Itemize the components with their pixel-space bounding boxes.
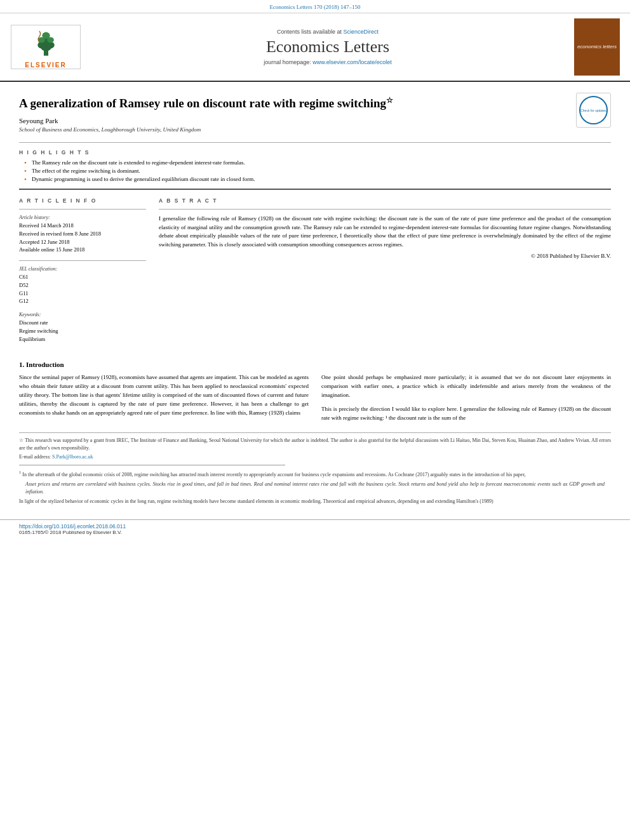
page-wrapper: Economics Letters 170 (2018) 147–150 (0, 0, 630, 840)
intro-col-1: Since the seminal paper of Ramsey (1928)… (19, 373, 309, 423)
cover-image-text: economics letters (577, 44, 617, 50)
abstract-label: A B S T R A C T (159, 197, 611, 204)
highlights-section: H I G H L I G H T S The Ramsey rule on t… (19, 149, 611, 182)
email-label: E-mail address: (19, 454, 51, 460)
svg-point-7 (42, 32, 50, 39)
article-title: A generalization of Ramsey rule on disco… (19, 96, 611, 112)
jel-divider (19, 260, 146, 261)
check-updates-badge: Check for updates (576, 93, 611, 128)
article-info-label: A R T I C L E I N F O (19, 197, 146, 204)
footnote-1-closing: In light of the stylized behavior of eco… (19, 498, 611, 505)
contents-available-text: Contents lists available at ScienceDirec… (277, 29, 379, 35)
check-updates-inner: Check for updates (579, 96, 608, 124)
journal-header: ELSEVIER Contents lists available at Sci… (0, 13, 630, 82)
highlights-list: The Ramsey rule on the discount rate is … (24, 159, 611, 182)
elsevier-logo-section: ELSEVIER (8, 18, 84, 76)
header-center: Contents lists available at ScienceDirec… (90, 18, 565, 76)
intro-col1-para1: Since the seminal paper of Ramsey (1928)… (19, 373, 309, 418)
keywords-label: Keywords: (19, 312, 146, 317)
author-name: Seyoung Park (19, 117, 611, 124)
keyword-2: Regime switching (19, 327, 146, 335)
journal-cover: economics letters (572, 18, 622, 76)
footer-doi[interactable]: https://doi.org/10.1016/j.econlet.2018.0… (19, 523, 611, 530)
author-affiliation: School of Business and Economics, Loughb… (19, 126, 611, 133)
footer-issn: 0165-1765/© 2018 Published by Elsevier B… (19, 530, 611, 535)
copyright-line: © 2018 Published by Elsevier B.V. (159, 253, 611, 259)
journal-top-bar: Economics Letters 170 (2018) 147–150 (0, 0, 630, 13)
introduction-heading: 1. Introduction (19, 361, 611, 368)
title-star: ☆ (386, 96, 393, 105)
jel-label: JEL classification: (19, 266, 146, 272)
intro-col2-para1: One point should perhaps be emphasized m… (321, 373, 611, 400)
journal-homepage: journal homepage: www.elsevier.com/locat… (264, 59, 392, 65)
highlight-item-3: Dynamic programming is used to derive th… (24, 176, 611, 182)
science-direct-link[interactable]: ScienceDirect (344, 29, 379, 35)
check-updates-text: Check for updates (580, 109, 607, 112)
elsevier-brand-text: ELSEVIER (25, 62, 66, 69)
homepage-url[interactable]: www.elsevier.com/locate/ecolet (312, 59, 392, 65)
introduction-body: Since the seminal paper of Ramsey (1928)… (19, 373, 611, 423)
article-info-abstract-section: A R T I C L E I N F O Article history: R… (19, 197, 611, 349)
journal-citation: Economics Letters 170 (2018) 147–150 (270, 4, 361, 10)
elsevier-logo-box: ELSEVIER (11, 25, 81, 69)
highlights-label: H I G H L I G H T S (19, 149, 611, 156)
footnote-1-quote: Asset prices and returns are correlated … (25, 481, 605, 495)
jel-c61: C61 (19, 273, 146, 281)
elsevier-tree-icon (29, 25, 64, 59)
introduction-section: 1. Introduction Since the seminal paper … (19, 361, 611, 423)
jel-g12: G12 (19, 297, 146, 305)
abstract-col: A B S T R A C T I generalize the followi… (159, 197, 611, 349)
keywords-section: Keywords: Discount rate Regime switching… (19, 312, 146, 343)
cover-image-box: economics letters (574, 18, 620, 76)
page-footer: https://doi.org/10.1016/j.econlet.2018.0… (0, 519, 630, 538)
main-content: Check for updates A generalization of Ra… (0, 82, 630, 513)
highlight-item-1: The Ramsey rule on the discount rate is … (24, 159, 611, 166)
highlights-divider-bottom (19, 189, 611, 190)
jel-g11: G11 (19, 290, 146, 298)
article-info-col: A R T I C L E I N F O Article history: R… (19, 197, 146, 349)
email-link[interactable]: S.Park@lboro.ac.uk (52, 454, 93, 460)
jel-classification: JEL classification: C61 D52 G11 G12 (19, 266, 146, 305)
article-history: Article history: Received 14 March 2018 … (19, 215, 146, 254)
abstract-divider (159, 209, 611, 210)
footnote-email: E-mail address: S.Park@lboro.ac.uk (19, 453, 611, 461)
keyword-3: Equilibrium (19, 335, 146, 343)
abstract-text: I generalize the following rule of Ramse… (159, 215, 611, 249)
article-info-divider (19, 209, 146, 210)
footnote-1-number: 1 (19, 470, 21, 474)
jel-d52: D52 (19, 281, 146, 290)
footnote-1-text: In the aftermath of the global economic … (22, 471, 525, 477)
available-date: Available online 15 June 2018 (19, 246, 146, 254)
history-label: Article history: (19, 215, 146, 220)
journal-name: Economics Letters (266, 37, 389, 57)
revised-date: Received in revised form 8 June 2018 (19, 230, 146, 238)
accepted-date: Accepted 12 June 2018 (19, 238, 146, 246)
received-date: Received 14 March 2018 (19, 222, 146, 230)
footnote-1-section: 1 In the aftermath of the global economi… (19, 469, 611, 478)
footnote-star-text: ☆ This research was supported by a grant… (19, 437, 611, 451)
intro-col-2: One point should perhaps be emphasized m… (321, 373, 611, 423)
highlight-item-2: The effect of the regime switching is do… (24, 168, 611, 174)
keyword-1: Discount rate (19, 319, 146, 327)
footnote-star-section: ☆ This research was supported by a grant… (19, 432, 611, 461)
footnote-star-symbol: ☆ (19, 437, 23, 443)
intro-col2-para2: This is precisely the direction I would … (321, 405, 611, 423)
highlights-divider-top (19, 142, 611, 143)
footnote1-divider (19, 465, 285, 465)
footnote-star-body: This research was supported by a grant f… (19, 437, 611, 451)
